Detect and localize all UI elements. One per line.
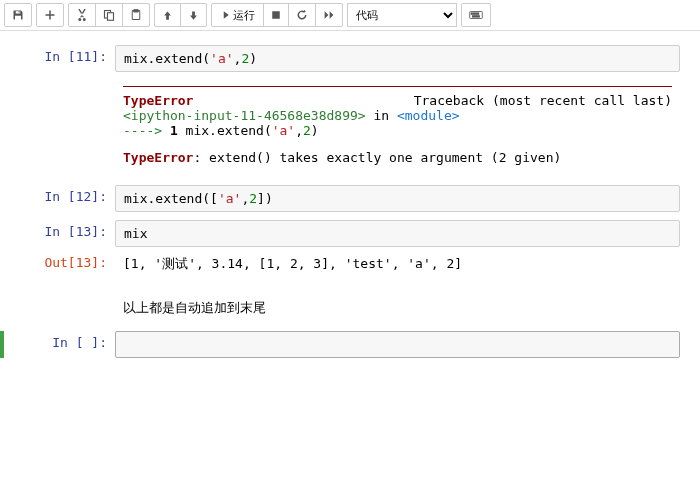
error-source-link: <ipython-input-11-46568e38d899> [123, 108, 366, 123]
cell-type-dropdown[interactable]: 代码 [347, 3, 457, 27]
active-cell-indicator: In [ ]: [0, 331, 680, 358]
input-prompt: In [ ]: [10, 331, 115, 358]
restart-run-all-button[interactable] [315, 3, 343, 27]
output-prompt: Out[13]: [10, 251, 115, 277]
error-divider [123, 86, 672, 87]
save-button[interactable] [4, 3, 32, 27]
svg-rect-9 [473, 16, 480, 17]
input-prompt: In [11]: [10, 45, 115, 171]
markdown-text: 以上都是自动追加到末尾 [115, 291, 680, 325]
svg-rect-6 [473, 13, 474, 14]
error-name: TypeError [123, 93, 193, 108]
restart-button[interactable] [288, 3, 316, 27]
traceback-label: Traceback (most recent call last) [414, 93, 672, 108]
svg-rect-7 [475, 13, 476, 14]
code-input[interactable] [115, 331, 680, 358]
add-cell-button[interactable] [36, 3, 64, 27]
code-input[interactable]: mix [115, 220, 680, 247]
code-cell[interactable]: In [13]: mix [10, 220, 680, 247]
run-button[interactable]: 运行 [211, 3, 264, 27]
svg-rect-1 [108, 13, 114, 21]
move-down-button[interactable] [180, 3, 207, 27]
command-palette-button[interactable] [461, 3, 491, 27]
error-arrow: ----> [123, 123, 170, 138]
paste-button[interactable] [122, 3, 150, 27]
code-cell[interactable]: In [12]: mix.extend(['a',2]) [10, 185, 680, 212]
svg-rect-3 [272, 11, 280, 19]
toolbar: 运行 代码 [0, 0, 700, 31]
svg-rect-2 [134, 10, 139, 12]
error-message: : extend() takes exactly one argument (2… [193, 150, 561, 165]
cut-button[interactable] [68, 3, 96, 27]
error-module: <module> [397, 108, 460, 123]
code-input[interactable]: mix.extend(['a',2]) [115, 185, 680, 212]
input-prompt: In [13]: [10, 220, 115, 247]
notebook-container: In [11]: mix.extend('a',2) TypeError Tra… [0, 31, 700, 382]
code-cell[interactable]: In [11]: mix.extend('a',2) TypeError Tra… [10, 45, 680, 171]
input-prompt: In [12]: [10, 185, 115, 212]
svg-rect-5 [471, 13, 472, 14]
move-up-button[interactable] [154, 3, 181, 27]
svg-rect-8 [477, 13, 478, 14]
code-input[interactable]: mix.extend('a',2) [115, 45, 680, 72]
error-name-2: TypeError [123, 150, 193, 165]
copy-button[interactable] [95, 3, 123, 27]
markdown-cell[interactable]: 以上都是自动追加到末尾 [10, 291, 680, 325]
output-text: [1, '测试', 3.14, [1, 2, 3], 'test', 'a', … [115, 251, 680, 277]
run-label: 运行 [233, 8, 255, 23]
stop-button[interactable] [263, 3, 289, 27]
code-cell[interactable]: In [ ]: [10, 331, 680, 358]
error-output: TypeError Traceback (most recent call la… [115, 72, 680, 171]
output-row: Out[13]: [1, '测试', 3.14, [1, 2, 3], 'tes… [10, 251, 680, 277]
